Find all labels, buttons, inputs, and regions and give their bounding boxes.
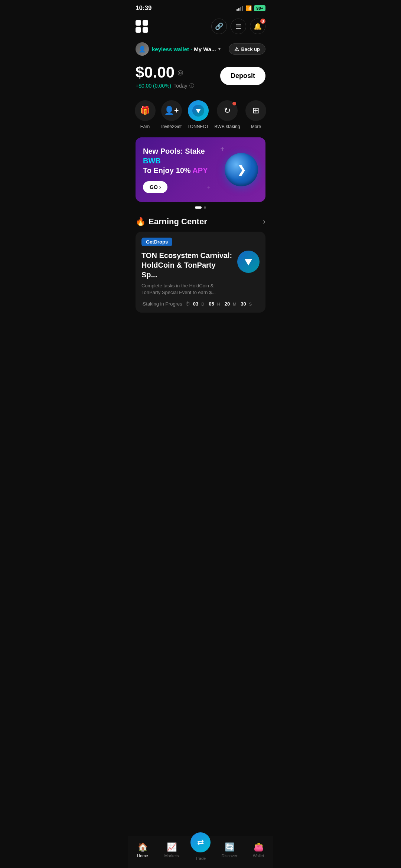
balance-section: $0.00 ◎ +$0.00 (0.00%) Today ⓘ Deposit [128, 59, 273, 93]
action-more[interactable]: ⊞ More [245, 100, 266, 129]
battery-indicator: 98+ [254, 5, 265, 11]
banner-coin: ❯ [225, 153, 258, 186]
bwb-icon-wrap: ↻ [217, 100, 238, 121]
banner-title: New Pools: Stake BWB To Enjoy 10% APY [143, 146, 225, 175]
earning-center-title: Earning Center [149, 217, 207, 226]
wifi-icon: 📶 [245, 5, 252, 11]
status-time: 10:39 [136, 4, 151, 12]
notification-button[interactable]: 🔔 3 [250, 19, 265, 34]
info-icon: ⓘ [189, 82, 194, 89]
balance-amount: $0.00 [136, 65, 175, 80]
action-tonnect[interactable]: TONNECT [188, 100, 209, 129]
fire-emoji: 🔥 [136, 217, 146, 226]
bwb-label: BWB staking [215, 124, 240, 129]
backup-button[interactable]: ⚠ Back up [229, 43, 265, 55]
card-text: TON Ecosystem Carnival: HoldCoin & TonPa… [141, 251, 233, 296]
banner-dots [136, 206, 265, 209]
logo-icon[interactable] [136, 20, 148, 33]
deposit-button[interactable]: Deposit [220, 67, 265, 85]
person-add-icon: 👤+ [164, 106, 179, 115]
timer-minutes: 20 [225, 301, 230, 307]
invite-icon-wrap: 👤+ [161, 100, 182, 121]
chevron-down-icon: ▾ [218, 46, 221, 52]
section-header: 🔥 Earning Center › [136, 217, 265, 226]
backup-icon: ⚠ [234, 46, 239, 52]
banner-right: ❯ [225, 153, 258, 186]
card-desc: Complete tasks in the HoldCoin & TonPart… [141, 283, 233, 296]
seconds-label: S [249, 302, 252, 306]
wallet-left[interactable]: 👤 keyless wallet - My Wa... ▾ [136, 42, 221, 56]
action-bwb[interactable]: ↻ BWB staking [215, 100, 240, 129]
getdrops-badge: GetDrops [141, 238, 172, 246]
balance-change-text: +$0.00 (0.00%) [136, 83, 171, 89]
wallet-name-row[interactable]: keyless wallet - My Wa... ▾ [152, 46, 221, 52]
more-label: More [251, 124, 261, 129]
nav-right: 🔗 ☰ 🔔 3 [211, 19, 265, 34]
staking-icon: ↻ [224, 106, 231, 115]
card-tonnect-triangle [245, 259, 252, 265]
gift-icon: 🎁 [140, 106, 150, 115]
red-dot-indicator [232, 102, 236, 105]
banner-line1: New Pools: Stake [143, 147, 205, 155]
go-button[interactable]: GO › [143, 181, 167, 193]
signal-icon [237, 6, 243, 11]
tonnect-logo [192, 105, 204, 117]
earning-center: 🔥 Earning Center › GetDrops TON Ecosyste… [128, 213, 273, 316]
notification-badge: 3 [260, 18, 266, 25]
promo-banner[interactable]: New Pools: Stake BWB To Enjoy 10% APY GO… [136, 137, 265, 202]
quick-actions: 🎁 Earn 👤+ Invite2Get TONNECT ↻ BWB staki… [128, 93, 273, 133]
status-bar: 10:39 📶 98+ [128, 0, 273, 15]
card-footer: ·Staking in Progres ⏱ 03 D 05 H 20 M 30 … [141, 301, 260, 307]
earn-icon-wrap: 🎁 [135, 100, 156, 121]
grid-icon: ⊞ [252, 106, 259, 115]
timer-hours: 05 [209, 301, 214, 307]
earn-label: Earn [140, 124, 150, 129]
coin-outer: ❯ [225, 153, 258, 186]
earning-card[interactable]: GetDrops TON Ecosystem Carnival: HoldCoi… [136, 232, 265, 313]
hours-label: H [217, 302, 220, 306]
link-button[interactable]: 🔗 [211, 19, 227, 34]
banner-section: New Pools: Stake BWB To Enjoy 10% APY GO… [128, 133, 273, 213]
wallet-avatar: 👤 [136, 42, 149, 56]
balance-amount-row: $0.00 ◎ [136, 65, 194, 80]
banner-highlight-apy: APY [192, 166, 208, 174]
coin-arrow-icon: ❯ [237, 164, 246, 176]
timer-days: 03 [193, 301, 198, 307]
balance-change-row: +$0.00 (0.00%) Today ⓘ [136, 82, 194, 89]
more-icon-wrap: ⊞ [245, 100, 266, 121]
card-icon-wrap [237, 251, 260, 273]
banner-left: New Pools: Stake BWB To Enjoy 10% APY GO… [143, 146, 225, 193]
action-earn[interactable]: 🎁 Earn [135, 100, 156, 129]
balance-left: $0.00 ◎ +$0.00 (0.00%) Today ⓘ [136, 65, 194, 89]
eye-icon[interactable]: ◎ [177, 68, 183, 76]
banner-line2: To Enjoy 10% [143, 166, 192, 174]
tonnect-label: TONNECT [188, 124, 209, 129]
staking-progress-label: ·Staking in Progres [141, 301, 182, 307]
clock-icon: ⏱ [185, 301, 190, 307]
tonnect-icon-wrap [188, 100, 209, 121]
banner-dot-2 [204, 206, 206, 209]
action-invite[interactable]: 👤+ Invite2Get [161, 100, 182, 129]
chevron-right-icon[interactable]: › [263, 217, 265, 226]
minutes-label: M [233, 302, 236, 306]
balance-today: Today [173, 83, 187, 89]
menu-button[interactable]: ☰ [231, 19, 246, 34]
card-content: TON Ecosystem Carnival: HoldCoin & TonPa… [141, 251, 260, 296]
section-title: 🔥 Earning Center [136, 217, 207, 226]
days-label: D [201, 302, 204, 306]
backup-label: Back up [241, 46, 260, 52]
status-icons: 📶 98+ [237, 5, 265, 11]
banner-dot-1 [195, 206, 202, 209]
invite-label: Invite2Get [161, 124, 182, 129]
timer-seconds: 30 [241, 301, 246, 307]
banner-highlight-bwb: BWB [143, 157, 161, 165]
top-nav: 🔗 ☰ 🔔 3 [128, 15, 273, 38]
wallet-keyless-label: keyless wallet - [152, 46, 192, 52]
tonnect-triangle [196, 109, 201, 113]
wallet-name: My Wa... [194, 46, 216, 52]
wallet-header: 👤 keyless wallet - My Wa... ▾ ⚠ Back up [128, 39, 273, 59]
card-title: TON Ecosystem Carnival: HoldCoin & TonPa… [141, 251, 233, 280]
